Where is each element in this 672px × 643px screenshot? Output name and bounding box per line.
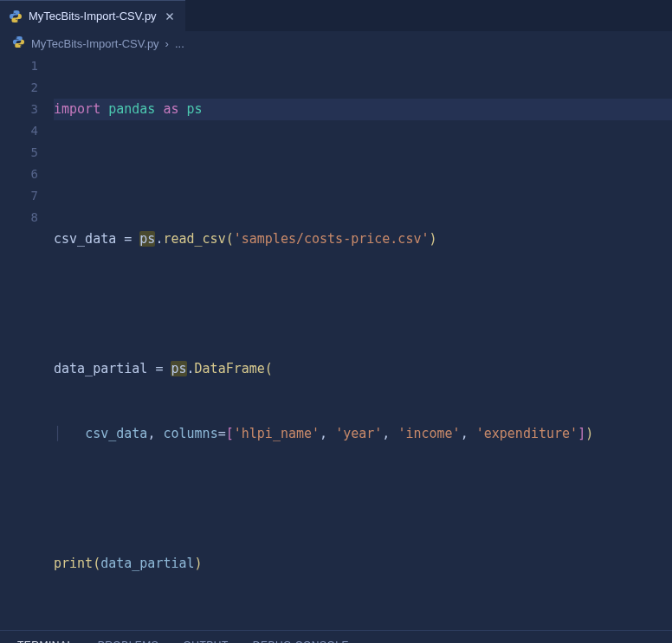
- code-line[interactable]: import pandas as ps: [54, 99, 672, 120]
- python-file-icon: [12, 35, 25, 51]
- line-number: 2: [0, 77, 38, 99]
- code-line[interactable]: │ csv_data, columns=['hlpi_name', 'year'…: [54, 423, 672, 445]
- code-line[interactable]: [54, 488, 672, 510]
- code-line[interactable]: data_partial = ps.DataFrame(: [54, 358, 672, 380]
- tab-problems[interactable]: PROBLEMS: [98, 640, 159, 643]
- tab-bar: MyTecBits-Import-CSV.py: [0, 0, 672, 31]
- panel-tab-bar: TERMINAL PROBLEMS OUTPUT DEBUG CONSOLE: [0, 631, 672, 643]
- line-number: 8: [0, 207, 38, 228]
- bottom-panel: TERMINAL PROBLEMS OUTPUT DEBUG CONSOLE s…: [0, 630, 672, 643]
- breadcrumb-more[interactable]: ...: [175, 37, 184, 50]
- svg-point-0: [13, 11, 14, 12]
- editor-tab[interactable]: MyTecBits-Import-CSV.py: [0, 0, 185, 31]
- code-line[interactable]: csv_data = ps.read_csv('samples/costs-pr…: [54, 228, 672, 250]
- breadcrumb-filename[interactable]: MyTecBits-Import-CSV.py: [31, 37, 159, 50]
- tab-output[interactable]: OUTPUT: [183, 640, 228, 643]
- line-number: 5: [0, 142, 38, 164]
- code-content[interactable]: import pandas as ps csv_data = ps.read_c…: [54, 55, 672, 618]
- code-editor[interactable]: 1 2 3 4 5 6 7 8 import pandas as ps csv_…: [0, 55, 672, 618]
- code-line[interactable]: [54, 164, 672, 185]
- line-number-gutter: 1 2 3 4 5 6 7 8: [0, 55, 54, 618]
- close-icon[interactable]: [163, 10, 177, 23]
- chevron-right-icon: ›: [165, 37, 169, 50]
- tab-debug-console[interactable]: DEBUG CONSOLE: [253, 640, 349, 643]
- line-number: 6: [0, 164, 38, 185]
- tab-filename: MyTecBits-Import-CSV.py: [29, 10, 157, 23]
- svg-point-1: [17, 20, 18, 21]
- code-line[interactable]: [54, 293, 672, 315]
- line-number: 3: [0, 99, 38, 120]
- tab-terminal[interactable]: TERMINAL: [17, 640, 74, 643]
- line-number: 7: [0, 185, 38, 207]
- svg-point-3: [20, 46, 21, 47]
- code-line[interactable]: print(data_partial): [54, 553, 672, 575]
- line-number: 4: [0, 120, 38, 142]
- svg-point-2: [16, 37, 17, 38]
- breadcrumb[interactable]: MyTecBits-Import-CSV.py › ...: [0, 31, 672, 55]
- line-number: 1: [0, 55, 38, 77]
- python-file-icon: [9, 10, 23, 23]
